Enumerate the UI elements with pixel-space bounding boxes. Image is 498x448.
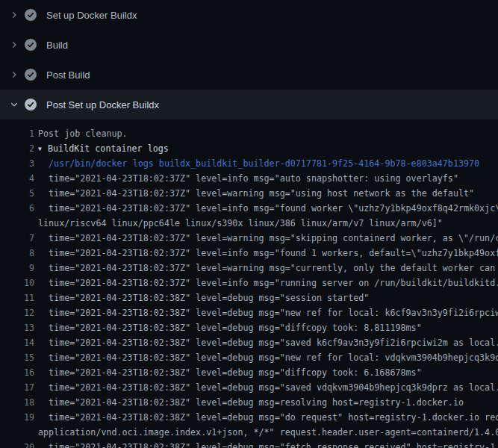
log-text: time="2021-04-23T18:02:38Z" level=debug … bbox=[38, 367, 422, 378]
line-number[interactable]: 18 bbox=[0, 397, 34, 408]
log-text: time="2021-04-23T18:02:37Z" level=info m… bbox=[38, 248, 498, 258]
line-number[interactable]: 3 bbox=[0, 158, 34, 169]
log-area: 1 Post job cleanup. 2 ▼ BuildKit contain… bbox=[0, 119, 498, 448]
log-line: 19 time="2021-04-23T18:02:38Z" level=deb… bbox=[0, 410, 498, 425]
line-number[interactable]: 13 bbox=[0, 323, 34, 333]
step-label: Build bbox=[46, 40, 68, 51]
line-number[interactable]: 12 bbox=[0, 308, 34, 318]
log-text: Post job cleanup. bbox=[38, 128, 128, 139]
log-line: 5 time="2021-04-23T18:02:37Z" level=warn… bbox=[0, 186, 498, 201]
log-line: 4 time="2021-04-23T18:02:37Z" level=info… bbox=[0, 171, 498, 186]
line-number[interactable]: 11 bbox=[0, 293, 34, 303]
log-text: time="2021-04-23T18:02:37Z" level=warnin… bbox=[38, 188, 474, 199]
chevron-icon bbox=[8, 99, 20, 111]
check-circle-icon bbox=[25, 9, 37, 21]
log-text: time="2021-04-23T18:02:38Z" level=debug … bbox=[38, 352, 498, 363]
log-line: 7 time="2021-04-23T18:02:37Z" level=warn… bbox=[0, 231, 498, 246]
check-circle-icon bbox=[25, 99, 37, 111]
log-text: /usr/bin/docker logs buildx_buildkit_bui… bbox=[38, 158, 479, 169]
log-text: time="2021-04-23T18:02:38Z" level=debug … bbox=[38, 382, 498, 393]
log-text: time="2021-04-23T18:02:38Z" level=debug … bbox=[38, 337, 498, 348]
log-text: time="2021-04-23T18:02:38Z" level=debug … bbox=[38, 442, 498, 448]
step-row[interactable]: Post Set up Docker Buildx bbox=[0, 90, 498, 119]
log-line: 16 time="2021-04-23T18:02:38Z" level=deb… bbox=[0, 365, 498, 380]
check-circle-icon bbox=[25, 69, 37, 81]
group-collapse-triangle-icon: ▼ bbox=[38, 146, 45, 152]
line-number[interactable]: 14 bbox=[0, 337, 34, 348]
log-line: 18 time="2021-04-23T18:02:38Z" level=deb… bbox=[0, 395, 498, 410]
log-text: time="2021-04-23T18:02:37Z" level=info m… bbox=[38, 173, 458, 184]
line-number[interactable]: 17 bbox=[0, 382, 34, 393]
step-label: Set up Docker Buildx bbox=[46, 10, 137, 21]
line-number[interactable]: 19 bbox=[0, 412, 34, 423]
log-text: time="2021-04-23T18:02:38Z" level=debug … bbox=[38, 412, 498, 423]
line-number[interactable]: 5 bbox=[0, 188, 34, 199]
steps-list: Set up Docker Buildx Build P bbox=[0, 0, 498, 119]
log-line: 6 time="2021-04-23T18:02:37Z" level=info… bbox=[0, 201, 498, 216]
line-number[interactable]: 1 bbox=[0, 128, 34, 139]
chevron-icon bbox=[8, 9, 20, 21]
log-line: 12 time="2021-04-23T18:02:38Z" level=deb… bbox=[0, 305, 498, 320]
log-line: 11 time="2021-04-23T18:02:38Z" level=deb… bbox=[0, 290, 498, 305]
log-text: linux/riscv64 linux/ppc64le linux/s390x … bbox=[38, 218, 443, 228]
actions-log-viewer: Set up Docker Buildx Build P bbox=[0, 0, 498, 448]
step-label: Post Set up Docker Buildx bbox=[46, 99, 159, 111]
log-line: 10 time="2021-04-23T18:02:37Z" level=inf… bbox=[0, 276, 498, 290]
log-line: 20 time="2021-04-23T18:02:38Z" level=deb… bbox=[0, 440, 498, 448]
log-line: 13 time="2021-04-23T18:02:38Z" level=deb… bbox=[0, 320, 498, 335]
line-number[interactable]: 8 bbox=[0, 248, 34, 258]
log-text: time="2021-04-23T18:02:37Z" level=warnin… bbox=[38, 233, 498, 243]
log-text: time="2021-04-23T18:02:38Z" level=debug … bbox=[38, 323, 422, 333]
step-row[interactable]: Build bbox=[0, 30, 498, 60]
log-line: 1 Post job cleanup. bbox=[0, 126, 498, 141]
log-text: time="2021-04-23T18:02:37Z" level=info m… bbox=[38, 203, 498, 214]
log-line: 17 time="2021-04-23T18:02:38Z" level=deb… bbox=[0, 380, 498, 395]
check-circle-icon bbox=[25, 39, 37, 51]
line-number[interactable]: 16 bbox=[0, 367, 34, 378]
log-text: time="2021-04-23T18:02:38Z" level=debug … bbox=[38, 308, 498, 318]
chevron-icon bbox=[8, 39, 20, 51]
log-line: 3 /usr/bin/docker logs buildx_buildkit_b… bbox=[0, 156, 498, 171]
log-line: 15 time="2021-04-23T18:02:38Z" level=deb… bbox=[0, 350, 498, 365]
line-number[interactable]: 20 bbox=[0, 442, 34, 448]
log-line: 8 time="2021-04-23T18:02:37Z" level=info… bbox=[0, 246, 498, 261]
line-number[interactable]: 9 bbox=[0, 263, 34, 273]
line-number[interactable]: 6 bbox=[0, 203, 34, 214]
line-number[interactable]: 10 bbox=[0, 278, 34, 288]
log-text: time="2021-04-23T18:02:37Z" level=warnin… bbox=[38, 263, 498, 273]
log-text[interactable]: BuildKit container logs bbox=[48, 143, 169, 154]
log-line: 14 time="2021-04-23T18:02:38Z" level=deb… bbox=[0, 335, 498, 350]
line-number[interactable]: 7 bbox=[0, 233, 34, 243]
log-line: application/vnd.oci.image.index.v1+json,… bbox=[0, 425, 498, 440]
line-number[interactable]: 15 bbox=[0, 352, 34, 363]
log-text: time="2021-04-23T18:02:38Z" level=debug … bbox=[38, 293, 369, 303]
step-row[interactable]: Set up Docker Buildx bbox=[0, 0, 498, 30]
step-label: Post Build bbox=[46, 69, 90, 81]
step-row[interactable]: Post Build bbox=[0, 60, 498, 90]
log-text: application/vnd.oci.image.index.v1+json,… bbox=[38, 427, 498, 438]
log-line: linux/riscv64 linux/ppc64le linux/s390x … bbox=[0, 216, 498, 231]
log-line: 9 time="2021-04-23T18:02:37Z" level=warn… bbox=[0, 261, 498, 276]
log-text: time="2021-04-23T18:02:38Z" level=debug … bbox=[38, 397, 464, 408]
log-text: time="2021-04-23T18:02:37Z" level=info m… bbox=[38, 278, 498, 288]
chevron-icon bbox=[8, 69, 20, 81]
line-number[interactable]: 4 bbox=[0, 173, 34, 184]
log-line: 2 ▼ BuildKit container logs bbox=[0, 141, 498, 156]
line-number[interactable]: 2 bbox=[0, 143, 34, 154]
